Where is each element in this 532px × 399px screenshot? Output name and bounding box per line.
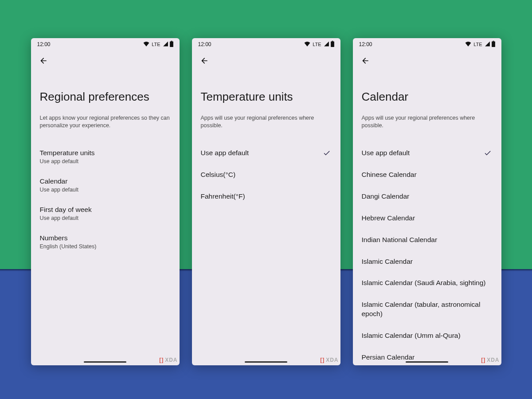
page-subtitle: Apps will use your regional preferences …	[201, 114, 332, 130]
option-islamic-calendar-umm[interactable]: Islamic Calendar (Umm al-Qura)	[362, 325, 493, 347]
option-label: Islamic Calendar (tabular, astronomical …	[362, 300, 493, 319]
option-use-app-default[interactable]: Use app default	[362, 142, 493, 164]
arrow-back-icon	[200, 56, 209, 65]
phone-screen-temperature-units: 12:00 LTE Temperature units Apps will us…	[192, 38, 340, 365]
navigation-handle[interactable]	[84, 361, 126, 363]
svg-rect-4	[493, 41, 494, 42]
option-islamic-calendar-sa[interactable]: Islamic Calendar (Saudi Arabia, sighting…	[362, 272, 493, 294]
svg-rect-3	[331, 41, 334, 47]
arrow-back-icon	[39, 56, 48, 65]
option-islamic-calendar-tabular[interactable]: Islamic Calendar (tabular, astronomical …	[362, 294, 493, 325]
navigation-handle[interactable]	[245, 361, 287, 363]
setting-item-temperature-units[interactable]: Temperature units Use app default	[40, 142, 171, 171]
setting-title: Temperature units	[40, 149, 171, 157]
page-subtitle: Apps will use your regional preferences …	[362, 114, 493, 130]
option-use-app-default[interactable]: Use app default	[201, 142, 332, 164]
wifi-icon	[465, 41, 471, 48]
signal-icon	[485, 41, 490, 48]
page-title: Calendar	[362, 90, 493, 104]
battery-icon	[170, 41, 173, 48]
back-button[interactable]	[361, 56, 371, 66]
setting-title: Calendar	[40, 177, 171, 186]
status-icons: LTE	[304, 41, 334, 48]
battery-icon	[492, 41, 495, 48]
check-icon	[484, 149, 493, 157]
option-celsius[interactable]: Celsius(°C)	[201, 164, 332, 186]
arrow-back-icon	[361, 56, 370, 65]
option-hebrew-calendar[interactable]: Hebrew Calendar	[362, 207, 493, 229]
signal-icon	[324, 41, 329, 48]
option-chinese-calendar[interactable]: Chinese Calendar	[362, 164, 493, 186]
status-icons: LTE	[465, 41, 495, 48]
option-label: Hebrew Calendar	[362, 214, 493, 223]
check-icon	[323, 149, 332, 157]
page-title: Regional preferences	[40, 90, 171, 104]
status-bar: 12:00 LTE	[192, 38, 340, 51]
setting-item-first-day-of-week[interactable]: First day of week Use app default	[40, 199, 171, 227]
status-time: 12:00	[198, 41, 211, 47]
option-label: Islamic Calendar (Umm al-Qura)	[362, 331, 493, 340]
phone-screen-calendar: 12:00 LTE Calendar Apps will use your re…	[353, 38, 501, 365]
phone-screen-regional-preferences: 12:00 LTE Regional preferences Let apps …	[31, 38, 180, 365]
setting-item-calendar[interactable]: Calendar Use app default	[40, 171, 171, 199]
option-fahrenheit[interactable]: Fahrenheit(°F)	[201, 186, 332, 207]
option-indian-national-calendar[interactable]: Indian National Calendar	[362, 229, 493, 251]
setting-value: Use app default	[40, 158, 171, 164]
back-button[interactable]	[200, 56, 210, 66]
page-subtitle: Let apps know your regional preferences …	[40, 114, 171, 130]
setting-item-numbers[interactable]: Numbers English (United States)	[40, 227, 171, 256]
svg-rect-5	[492, 41, 495, 47]
option-label: Persian Calendar	[362, 353, 493, 362]
option-label: Dangi Calendar	[362, 192, 493, 201]
svg-rect-1	[170, 41, 173, 47]
battery-icon	[331, 41, 334, 48]
setting-title: Numbers	[40, 234, 171, 243]
wifi-icon	[304, 41, 310, 48]
svg-rect-0	[171, 41, 172, 42]
option-label: Celsius(°C)	[201, 170, 332, 180]
option-label: Islamic Calendar (Saudi Arabia, sighting…	[362, 278, 493, 288]
setting-value: Use app default	[40, 215, 171, 221]
status-bar: 12:00 LTE	[31, 38, 180, 51]
wifi-icon	[143, 41, 149, 48]
option-label: Use app default	[362, 149, 484, 158]
network-label: LTE	[473, 42, 482, 47]
option-label: Fahrenheit(°F)	[201, 192, 332, 201]
status-icons: LTE	[143, 41, 173, 48]
setting-value: Use app default	[40, 187, 171, 193]
watermark: []XDA	[481, 357, 499, 363]
option-dangi-calendar[interactable]: Dangi Calendar	[362, 186, 493, 207]
option-label: Chinese Calendar	[362, 170, 493, 180]
setting-title: First day of week	[40, 205, 171, 214]
page-title: Temperature units	[201, 90, 332, 104]
status-time: 12:00	[359, 41, 372, 47]
option-label: Indian National Calendar	[362, 235, 493, 245]
network-label: LTE	[152, 42, 160, 47]
option-label: Islamic Calendar	[362, 257, 493, 266]
option-islamic-calendar[interactable]: Islamic Calendar	[362, 251, 493, 273]
setting-value: English (United States)	[40, 243, 171, 250]
back-button[interactable]	[39, 56, 49, 66]
svg-rect-2	[332, 41, 333, 42]
navigation-handle[interactable]	[406, 361, 448, 363]
option-label: Use app default	[201, 149, 323, 158]
status-time: 12:00	[37, 41, 51, 47]
network-label: LTE	[313, 42, 321, 47]
status-bar: 12:00 LTE	[353, 38, 501, 51]
signal-icon	[163, 41, 168, 48]
watermark: []XDA	[159, 357, 177, 363]
watermark: []XDA	[320, 357, 338, 363]
